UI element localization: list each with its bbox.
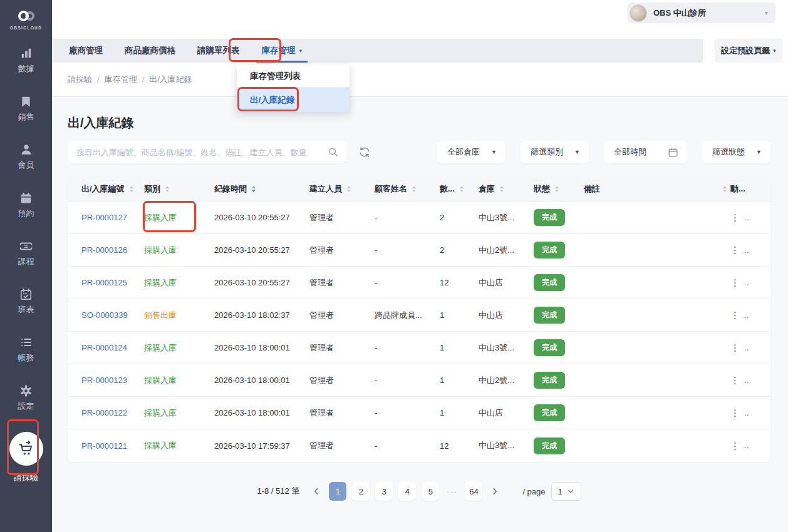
record-creator: 管理者 <box>309 212 375 223</box>
page-button-4[interactable]: 4 <box>398 482 416 501</box>
record-customer: - <box>375 278 440 287</box>
action-more-label[interactable]: .. <box>744 311 750 320</box>
sidebar-item-settings[interactable]: 設定 <box>18 384 34 412</box>
more-actions-icon[interactable]: ⋮ <box>730 343 740 352</box>
record-customer: - <box>375 343 440 352</box>
tab-purchase-order-list[interactable]: 請購單列表 <box>189 39 248 63</box>
record-status: 完成 <box>534 339 584 356</box>
search-input[interactable] <box>68 141 346 163</box>
more-actions-icon[interactable]: ⋮ <box>730 310 740 320</box>
sort-icon[interactable] <box>165 186 169 192</box>
record-type: 銷售出庫 <box>144 310 214 321</box>
record-link[interactable]: PR-0000127 <box>81 213 144 222</box>
tab-product-vendor-prices[interactable]: 商品廠商價格 <box>117 39 184 63</box>
sort-icon[interactable] <box>460 186 464 192</box>
record-customer: 跨品牌成員... <box>375 310 440 321</box>
record-actions: ⋮.. <box>730 376 757 385</box>
action-more-label[interactable]: .. <box>744 344 750 352</box>
ticket-icon <box>19 239 33 253</box>
record-link[interactable]: SO-0000339 <box>81 310 144 320</box>
record-customer: - <box>375 441 440 451</box>
sidebar-item-sales[interactable]: 銷售 <box>18 95 34 123</box>
sort-icon[interactable] <box>723 186 727 192</box>
sidebar-item-courses[interactable]: 課程 <box>18 239 34 267</box>
breadcrumb-item[interactable]: 請採驗 <box>68 74 92 85</box>
toolbar: 全部倉庫▼篩選類別▼全部時間篩選狀態▼ <box>68 141 770 163</box>
filter-time[interactable]: 全部時間 <box>604 141 687 163</box>
page-button-2[interactable]: 2 <box>352 482 370 501</box>
sidebar-item-label: 設定 <box>18 401 34 412</box>
page-button-1[interactable]: 1 <box>329 482 346 501</box>
record-link[interactable]: PR-0000122 <box>81 408 144 417</box>
record-actions: ⋮.. <box>730 245 757 255</box>
sort-icon[interactable] <box>347 186 351 192</box>
table-body: PR-0000127採購入庫2026-03-10 20:55:27管理者-2中山… <box>68 202 770 462</box>
page-button-5[interactable]: 5 <box>422 482 439 501</box>
sort-icon[interactable] <box>412 186 416 192</box>
sort-icon[interactable] <box>555 186 559 192</box>
column-label: 出/入庫編號 <box>81 183 125 195</box>
page-size-value: 1 <box>557 487 562 496</box>
sidebar-item-data[interactable]: 數據 <box>18 46 34 74</box>
sidebar-item-schedule[interactable]: 班表 <box>18 287 34 315</box>
filter-label: 篩選類別 <box>531 146 563 158</box>
record-quantity: 12 <box>440 278 479 287</box>
record-link[interactable]: PR-0000121 <box>81 441 144 451</box>
caret-down-icon: ▾ <box>299 48 303 54</box>
action-more-label[interactable]: .. <box>744 279 750 287</box>
page-size-select[interactable]: 1 <box>551 482 581 501</box>
record-link[interactable]: PR-0000125 <box>81 278 144 287</box>
sidebar-item-label: 銷售 <box>18 111 34 123</box>
more-actions-icon[interactable]: ⋮ <box>730 376 740 385</box>
menu-item-stock-records[interactable]: 出/入庫紀錄 <box>237 88 350 112</box>
more-actions-icon[interactable]: ⋮ <box>730 245 740 255</box>
menu-item-inventory-list[interactable]: 庫存管理列表 <box>237 64 350 88</box>
list-icon <box>19 335 33 349</box>
more-actions-icon[interactable]: ⋮ <box>730 441 740 451</box>
sort-icon[interactable] <box>130 186 133 192</box>
account-switcher[interactable]: OBS 中山診所 ▾ <box>628 3 775 23</box>
action-more-label[interactable]: .. <box>744 246 750 255</box>
record-link[interactable]: PR-0000123 <box>81 376 144 385</box>
prev-page-button[interactable] <box>309 486 323 497</box>
record-actions: ⋮.. <box>730 310 757 320</box>
sidebar-item-accounting[interactable]: 帳務 <box>18 335 34 364</box>
breadcrumb-item[interactable]: 庫存管理 <box>105 74 137 85</box>
column-header: 數... <box>440 183 479 195</box>
record-link[interactable]: PR-0000126 <box>81 245 144 255</box>
column-label: 建立人員 <box>309 183 342 195</box>
action-more-label[interactable]: .. <box>744 376 750 385</box>
page-button-64[interactable]: 64 <box>465 482 482 501</box>
tab-vendor-management[interactable]: 廠商管理 <box>61 39 111 63</box>
more-actions-icon[interactable]: ⋮ <box>730 278 740 287</box>
sidebar-item-label: 課程 <box>18 256 34 267</box>
page-button-3[interactable]: 3 <box>375 482 393 501</box>
record-actions: ⋮.. <box>730 343 757 352</box>
sort-icon[interactable] <box>252 186 256 192</box>
action-more-label[interactable]: .. <box>744 409 750 417</box>
tab-inventory-management[interactable]: 庫存管理▾ <box>254 39 311 63</box>
filter-warehouse[interactable]: 全部倉庫▼ <box>437 141 505 163</box>
filter-status[interactable]: 篩選狀態▼ <box>702 141 770 163</box>
record-customer: - <box>375 376 440 385</box>
record-warehouse: 中山3號... <box>479 342 534 354</box>
tab-label: 商品廠商價格 <box>125 45 175 56</box>
sidebar-item-procurement[interactable]: 請採驗 <box>9 432 43 483</box>
refresh-icon[interactable] <box>358 145 371 159</box>
next-page-button[interactable] <box>488 486 502 497</box>
sidebar-item-booking[interactable]: 預約 <box>18 191 34 219</box>
action-more-label[interactable]: .. <box>744 441 750 450</box>
record-link[interactable]: PR-0000124 <box>81 343 144 352</box>
more-actions-icon[interactable]: ⋮ <box>730 408 740 417</box>
action-more-label[interactable]: .. <box>744 213 750 222</box>
sort-icon[interactable] <box>500 186 504 192</box>
filter-category[interactable]: 篩選類別▼ <box>521 141 589 163</box>
search-icon[interactable] <box>328 146 338 157</box>
record-warehouse: 中山店 <box>479 277 534 289</box>
preset-tab-button[interactable]: 設定預設頁籤 ▾ <box>715 39 782 63</box>
sidebar-item-label: 帳務 <box>18 352 34 364</box>
sidebar-item-members[interactable]: 會員 <box>18 143 34 171</box>
record-warehouse: 中山店 <box>479 310 534 321</box>
record-status: 完成 <box>534 209 584 226</box>
more-actions-icon[interactable]: ⋮ <box>730 213 740 222</box>
